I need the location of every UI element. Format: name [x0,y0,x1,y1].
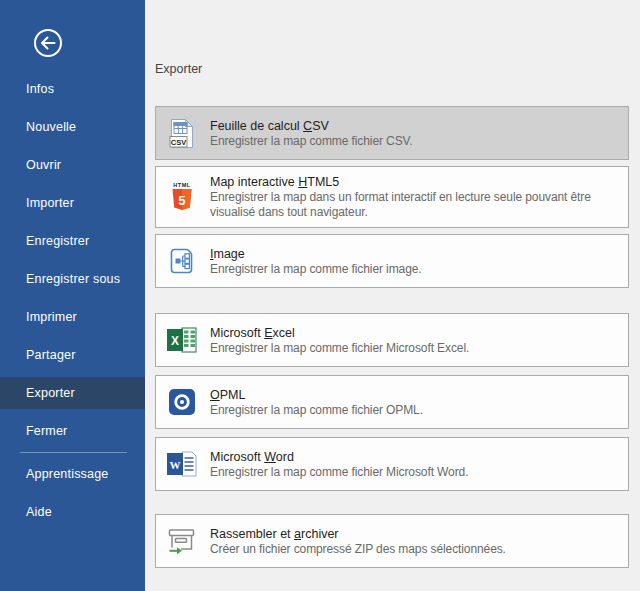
sidebar-item-label: Apprentissage [26,467,109,481]
sidebar-item-label: Importer [26,196,74,210]
option-title: Microsoft Excel [210,325,618,341]
sidebar-item-label: Imprimer [26,310,77,324]
export-option-word[interactable]: W Microsoft Word Enregistrer la map comm… [155,437,629,491]
sidebar-item-label: Nouvelle [26,120,76,134]
export-option-csv[interactable]: CSV Feuille de calcul CSV Enregistrer la… [155,106,629,160]
sidebar-divider [20,452,127,453]
image-file-icon [166,247,198,275]
option-description: Enregistrer la map comme fichier OPML. [210,403,618,418]
export-option-opml[interactable]: OPML Enregistrer la map comme fichier OP… [155,375,629,429]
excel-icon: X [166,326,198,354]
option-title: OPML [210,387,618,403]
sidebar-item-ouvrir[interactable]: Ouvrir [0,146,145,184]
sidebar-item-label: Aide [26,505,52,519]
sidebar-item-apprentissage[interactable]: Apprentissage [0,455,145,493]
word-icon: W [166,450,198,478]
sidebar-item-label: Enregistrer [26,234,89,248]
sidebar-item-partager[interactable]: Partager [0,336,145,374]
sidebar-item-label: Exporter [26,386,75,400]
svg-text:X: X [171,334,179,348]
sidebar-item-aide[interactable]: Aide [0,493,145,531]
backstage-sidebar: Infos Nouvelle Ouvrir Importer Enregistr… [0,0,145,591]
option-description: Enregistrer la map comme fichier Microso… [210,465,618,480]
export-option-image[interactable]: Image Enregistrer la map comme fichier i… [155,234,629,288]
opml-icon [166,389,198,415]
sidebar-item-enregistrer[interactable]: Enregistrer [0,222,145,260]
option-title: Rassembler et archiver [210,526,618,542]
archive-icon [166,527,198,555]
sidebar-item-label: Infos [26,82,54,96]
sidebar-item-exporter[interactable]: Exporter [0,377,145,409]
svg-text:CSV: CSV [171,137,186,146]
sidebar-item-infos[interactable]: Infos [0,70,145,108]
html5-icon: HTML 5 [166,181,198,213]
sidebar-item-nouvelle[interactable]: Nouvelle [0,108,145,146]
sidebar-item-label: Partager [26,348,76,362]
sidebar-item-label: Enregistrer sous [26,272,120,286]
sidebar-item-importer[interactable]: Importer [0,184,145,222]
svg-text:W: W [170,459,181,471]
export-panel: Exporter CSV [145,0,640,591]
export-option-excel[interactable]: X Microsoft Excel Enregistrer la map com… [155,313,629,367]
sidebar-item-imprimer[interactable]: Imprimer [0,298,145,336]
back-button[interactable] [30,26,66,62]
export-option-html5[interactable]: HTML 5 Map interactive HTML5 Enregistrer… [155,166,629,228]
sidebar-item-label: Ouvrir [26,158,61,172]
option-title: Microsoft Word [210,449,618,465]
option-description: Enregistrer la map comme fichier image. [210,262,618,277]
app-window: Infos Nouvelle Ouvrir Importer Enregistr… [0,0,640,591]
sidebar-item-enregistrer-sous[interactable]: Enregistrer sous [0,260,145,298]
page-title: Exporter [155,61,629,77]
csv-file-icon: CSV [166,118,198,149]
option-description: Enregistrer la map comme fichier CSV. [210,134,618,149]
svg-text:HTML: HTML [173,182,190,188]
back-arrow-icon [31,26,65,63]
sidebar-item-label: Fermer [26,424,67,438]
option-title: Image [210,246,618,262]
svg-text:5: 5 [179,194,186,208]
export-option-pack-and-go[interactable]: Rassembler et archiver Créer un fichier … [155,514,629,568]
option-description: Créer un fichier compressé ZIP des maps … [210,542,618,557]
sidebar-item-fermer[interactable]: Fermer [0,412,145,450]
option-title: Map interactive HTML5 [210,174,618,190]
option-title: Feuille de calcul CSV [210,118,618,134]
option-description: Enregistrer la map comme fichier Microso… [210,341,618,356]
option-description: Enregistrer la map dans un format intera… [210,190,618,220]
